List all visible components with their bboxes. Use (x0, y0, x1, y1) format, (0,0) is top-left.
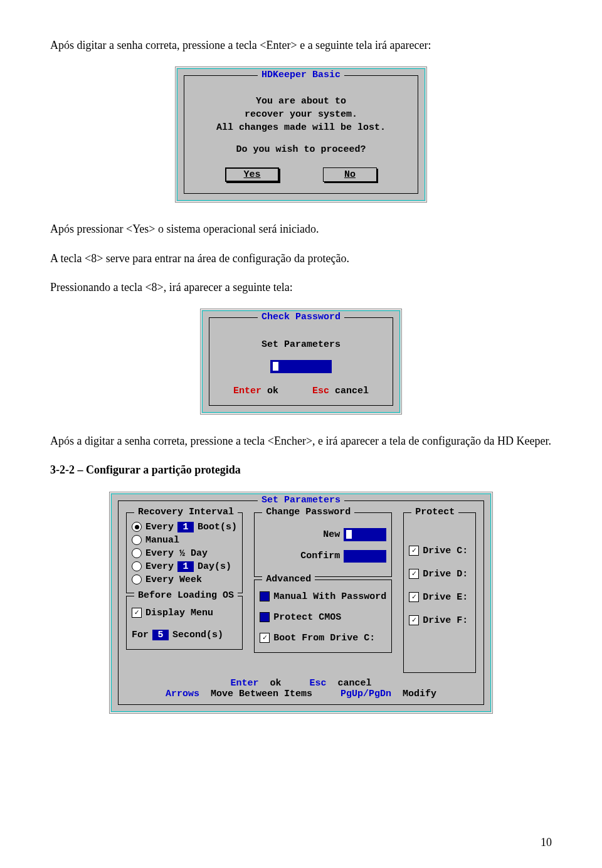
dialog-line: recover your system. (191, 108, 411, 121)
password-input[interactable] (270, 360, 332, 373)
ok-label: ok (270, 678, 281, 689)
recovery-half-day[interactable]: Every ½ Day (132, 548, 237, 559)
ok-label: ok (267, 386, 278, 396)
dialog-title: Check Password (258, 312, 344, 322)
recovery-every-day[interactable]: Every 1 Day(s) (132, 561, 237, 572)
display-seconds-row: For 5 Second(s) (132, 630, 237, 640)
protect-drive-f-checkbox[interactable]: Drive F: (409, 615, 470, 626)
dialog-line: You are about to (191, 95, 411, 108)
group-title: Before Loading OS (134, 590, 238, 601)
esc-key-label: Esc (310, 678, 327, 689)
body-text: Após pressionar <Yes> o sistema operacio… (50, 221, 552, 236)
move-label: Move Between Items (211, 689, 312, 699)
body-text: A tecla <8> serve para entrar na área de… (50, 251, 552, 266)
group-title: Advanced (262, 574, 315, 585)
esc-key-label: Esc (312, 386, 329, 396)
new-password-label: New (323, 529, 340, 540)
display-menu-checkbox[interactable]: Display Menu (132, 608, 237, 618)
enter-key-label: Enter (233, 386, 261, 396)
no-button-label: No (344, 169, 356, 180)
dialog-footer: Enter ok Esc cancel (216, 386, 386, 396)
recovery-manual[interactable]: Manual (132, 535, 237, 546)
set-parameters-dialog-figure: Set Parameters Recovery Interval Every 1… (50, 492, 552, 714)
confirm-password-label: Confirm (300, 551, 340, 561)
check-password-dialog-figure: Check Password Set Parameters Enter ok E… (50, 309, 552, 415)
body-text: Após a digitar a senha correta, pression… (50, 433, 552, 448)
body-text: Após digitar a senha correta, pressione … (50, 38, 552, 53)
protect-drive-e-checkbox[interactable]: Drive E: (409, 592, 470, 603)
dialog-line: All changes made will be lost. (191, 121, 411, 134)
dialog-footer: Enter ok Esc cancel Arrows Move Between … (124, 678, 478, 699)
group-title: Recovery Interval (134, 507, 238, 517)
dialog-title: Set Parameters (258, 495, 344, 505)
new-password-input[interactable] (344, 528, 386, 541)
manual-with-password-checkbox[interactable]: Manual With Password (260, 591, 386, 602)
cancel-label: cancel (335, 386, 369, 396)
seconds-input[interactable]: 5 (152, 630, 169, 640)
recovery-every-boot[interactable]: Every 1 Boot(s) (132, 522, 237, 532)
protect-drive-d-checkbox[interactable]: Drive D: (409, 569, 470, 580)
confirm-password-input[interactable] (344, 550, 386, 563)
arrows-key-label: Arrows (166, 689, 199, 699)
day-count-input[interactable]: 1 (177, 561, 194, 572)
yes-button[interactable]: Yes (225, 167, 279, 182)
group-title: Change Password (262, 507, 354, 517)
no-button[interactable]: No (323, 167, 377, 182)
boot-count-input[interactable]: 1 (177, 522, 194, 532)
boot-from-c-checkbox[interactable]: Boot From Drive C: (260, 633, 386, 643)
modify-label: Modify (403, 689, 436, 699)
recovery-every-week[interactable]: Every Week (132, 574, 237, 585)
body-text: Pressionando a tecla <8>, irá aparecer a… (50, 280, 552, 295)
section-heading: 3-2-2 – Configurar a partição protegida (50, 462, 552, 477)
hdkeeper-confirm-dialog-figure: HDKeeper Basic You are about to recover … (50, 66, 552, 203)
group-title: Protect (411, 507, 458, 517)
dialog-subtitle: Set Parameters (216, 339, 386, 350)
protect-cmos-checkbox[interactable]: Protect CMOS (260, 612, 386, 623)
yes-button-label: Yes (243, 169, 260, 180)
dialog-title: HDKeeper Basic (258, 70, 344, 80)
dialog-line: Do you wish to proceed? (191, 143, 411, 156)
protect-drive-c-checkbox[interactable]: Drive C: (409, 546, 470, 556)
cancel-label: cancel (338, 678, 372, 689)
enter-key-label: Enter (230, 678, 258, 689)
pgupdn-key-label: PgUp/PgDn (341, 689, 391, 699)
